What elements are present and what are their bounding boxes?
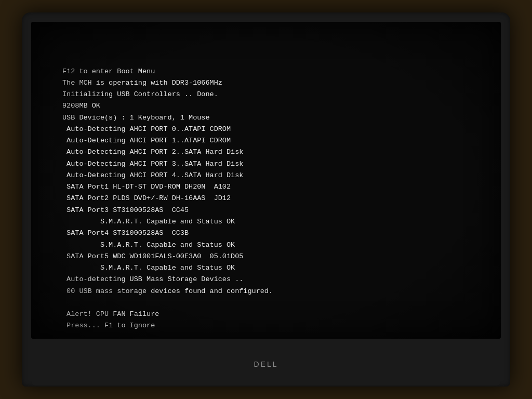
bios-line-l20: 00 USB mass storage devices found and co… (62, 286, 470, 297)
bios-line-l18: S.M.A.R.T. Capable and Status OK (62, 262, 470, 274)
bios-line-l5: USB Device(s) : 1 Keyboard, 1 Mouse (62, 112, 470, 124)
bios-line-l4: 9208MB OK (62, 100, 470, 112)
bios-line-l2: The MCH is operating with DDR3-1066MHz (62, 77, 470, 89)
bios-line-l22: Alert! CPU FAN Failure (62, 309, 470, 320)
bios-line-l3: Initializing USB Controllers .. Done. (62, 89, 470, 100)
monitor: F12 to enter Boot MenuThe MCH is operati… (22, 12, 510, 387)
bios-screen: F12 to enter Boot MenuThe MCH is operati… (31, 22, 501, 339)
bios-line-l12: SATA Port2 PLDS DVD+/-RW DH-16AAS JD12 (62, 193, 470, 204)
bios-line-l15: SATA Port4 ST31000528AS CC3B (62, 228, 470, 239)
bios-line-l14: S.M.A.R.T. Capable and Status OK (62, 216, 470, 228)
bios-line-l10: Auto-Detecting AHCI PORT 4..SATA Hard Di… (62, 170, 470, 181)
bios-line-l11: SATA Port1 HL-DT-ST DVD-ROM DH20N A102 (62, 181, 470, 193)
monitor-brand: DELL (254, 360, 278, 368)
bios-line-l9: Auto-Detecting AHCI PORT 3..SATA Hard Di… (62, 158, 470, 170)
bios-line-l8: Auto-Detecting AHCI PORT 2..SATA Hard Di… (62, 147, 470, 158)
bios-line-l6: Auto-Detecting AHCI PORT 0..ATAPI CDROM (62, 124, 470, 135)
monitor-bezel-bottom: DELL (31, 339, 501, 385)
bios-line-l16: S.M.A.R.T. Capable and Status OK (62, 240, 470, 251)
bios-line-l19: Auto-detecting USB Mass Storage Devices … (62, 274, 470, 285)
bios-line-l7: Auto-Detecting AHCI PORT 1..ATAPI CDROM (62, 135, 470, 147)
bios-line-l23: Press... F1 to Ignore (62, 320, 470, 331)
bios-line-l13: SATA Port3 ST31000528AS CC45 (62, 205, 470, 216)
bios-output: F12 to enter Boot MenuThe MCH is operati… (62, 43, 470, 332)
bios-line-l1: F12 to enter Boot Menu (62, 66, 470, 77)
bios-line-l17: SATA Port5 WDC WD1001FALS-00E3A0 05.01D0… (62, 251, 470, 262)
bios-line-l21 (62, 297, 470, 309)
